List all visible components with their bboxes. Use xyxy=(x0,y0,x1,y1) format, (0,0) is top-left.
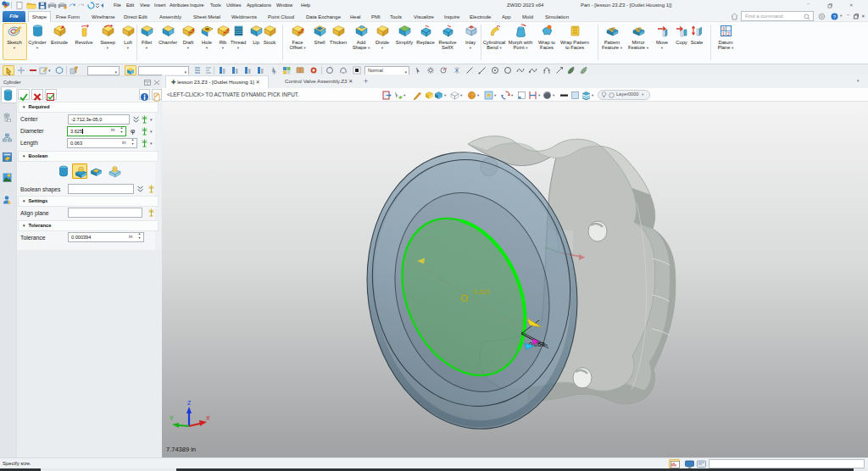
svg-text:3: 3 xyxy=(722,26,725,31)
svg-text:3.625: 3.625 xyxy=(473,288,491,296)
svg-text:X: X xyxy=(206,415,210,421)
svg-text:Z: Z xyxy=(187,400,192,406)
svg-text:2: 2 xyxy=(727,31,730,36)
svg-text:7.74389 in: 7.74389 in xyxy=(166,446,196,453)
svg-text:1: 1 xyxy=(722,31,725,36)
svg-text:Y: Y xyxy=(170,415,174,421)
